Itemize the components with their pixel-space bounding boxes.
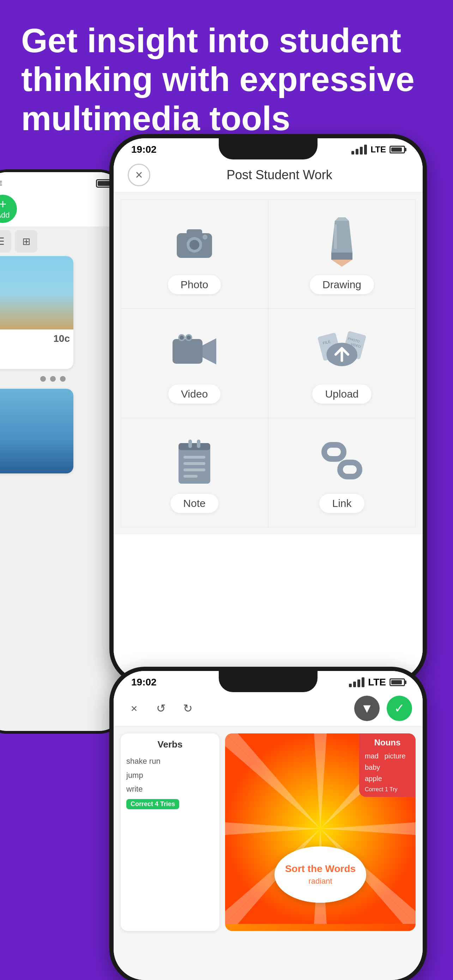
svg-marker-41 — [225, 733, 320, 829]
link-label: Link — [319, 494, 364, 513]
svg-marker-37 — [225, 822, 320, 835]
video-label: Video — [168, 385, 221, 404]
video-option[interactable]: Video — [121, 309, 268, 418]
svg-rect-9 — [334, 224, 337, 249]
svg-rect-3 — [187, 229, 202, 236]
battery-icon-main — [389, 146, 405, 153]
status-bar-left: LTE — [0, 172, 124, 191]
close-button-2[interactable]: × — [124, 698, 144, 718]
list-view-button[interactable]: ☰ — [0, 230, 11, 253]
close-button[interactable]: × — [128, 164, 150, 186]
time-display: 19:02 — [131, 144, 157, 155]
svg-marker-8 — [331, 259, 353, 267]
svg-marker-6 — [335, 217, 349, 221]
comic-area: Nouns mad picturebabyapple Correct 1 Try… — [225, 733, 416, 931]
add-label: Add — [0, 211, 10, 220]
card-image-water — [0, 389, 73, 473]
notch — [219, 138, 318, 159]
card-price: 10c — [53, 333, 70, 344]
close-icon: × — [135, 167, 143, 182]
verbs-panel: Verbs shake runjumpwrite Correct 4 Tries — [121, 733, 219, 931]
phone-left: LTE + Add ☰ ⊞ 10c — [0, 169, 127, 734]
notch-2 — [219, 671, 318, 692]
phone-main: 19:02 LTE × Post Student — [110, 134, 427, 684]
sort-words-word: radiant — [308, 877, 332, 886]
nouns-correct: Correct 1 Try — [365, 786, 410, 793]
note-option[interactable]: Note — [121, 418, 268, 527]
redo-button[interactable]: ↻ — [178, 698, 197, 718]
svg-point-15 — [187, 336, 191, 340]
notepad-icon — [170, 436, 219, 485]
nouns-words: mad picturebabyapple — [365, 750, 410, 784]
nouns-title: Nouns — [365, 738, 410, 748]
svg-marker-11 — [202, 338, 216, 364]
upload-label: Upload — [312, 385, 371, 404]
pencil-icon — [317, 217, 367, 267]
sort-words-title: Sort the Words — [285, 863, 356, 875]
verbs-title: Verbs — [126, 739, 214, 750]
status-icons: LTE — [351, 145, 405, 154]
activity-area: Verbs shake runjumpwrite Correct 4 Tries — [114, 726, 423, 938]
link-option[interactable]: Link — [268, 418, 416, 527]
verbs-words: shake runjumpwrite — [126, 754, 214, 796]
svg-rect-28 — [183, 462, 205, 465]
undo-button[interactable]: ↺ — [151, 698, 171, 718]
svg-point-13 — [180, 336, 184, 340]
svg-rect-33 — [324, 445, 343, 459]
svg-marker-38 — [320, 822, 416, 835]
student-card: 10c — [0, 256, 73, 369]
svg-marker-40 — [225, 733, 320, 829]
upload-option[interactable]: FILE PHOTO VIDEO Upload — [268, 309, 416, 418]
lte-text: LTE — [370, 145, 386, 154]
svg-marker-36 — [314, 733, 327, 829]
drawing-label: Drawing — [310, 275, 374, 294]
svg-rect-31 — [188, 439, 192, 448]
speech-bubble: Sort the Words radiant — [275, 846, 366, 903]
hero-headline: Get insight into student thinking with e… — [21, 21, 432, 138]
screen-title: Post Student Work — [150, 167, 408, 182]
toolbar-left: + Add — [0, 191, 124, 226]
svg-point-4 — [202, 235, 207, 240]
svg-rect-27 — [183, 456, 205, 458]
svg-rect-30 — [183, 475, 197, 478]
svg-point-2 — [189, 240, 199, 250]
plus-icon: + — [0, 198, 7, 211]
dot-1 — [40, 376, 46, 382]
svg-rect-10 — [173, 339, 202, 364]
nouns-panel: Nouns mad picturebabyapple Correct 1 Try — [359, 733, 416, 797]
chevron-down-icon: ▼ — [361, 701, 373, 716]
undo-icon: ↺ — [156, 702, 166, 715]
battery-icon-2 — [389, 678, 405, 686]
down-button[interactable]: ▼ — [354, 696, 380, 721]
photo-label: Photo — [168, 275, 221, 294]
student-card-2 — [0, 389, 73, 473]
nav-bar: × Post Student Work — [114, 158, 423, 192]
media-options-grid: Photo Drawing — [114, 192, 423, 535]
chain-link-icon — [317, 436, 367, 485]
redo-icon: ↻ — [183, 702, 192, 715]
phone-bottom: 19:02 LTE × ↺ — [110, 667, 427, 980]
dots-indicator — [0, 369, 124, 389]
svg-rect-7 — [331, 253, 353, 259]
note-label: Note — [170, 494, 218, 513]
grid-view-button[interactable]: ⊞ — [15, 230, 37, 253]
dot-3 — [60, 376, 66, 382]
drawing-option[interactable]: Drawing — [268, 199, 416, 309]
toolbar-bottom: × ↺ ↻ ▼ ✓ — [114, 691, 423, 726]
photo-option[interactable]: Photo — [121, 199, 268, 309]
view-toggle: ☰ ⊞ — [0, 226, 124, 256]
svg-rect-34 — [340, 463, 359, 477]
close-icon-2: × — [131, 702, 138, 715]
svg-rect-32 — [197, 439, 200, 448]
check-button[interactable]: ✓ — [387, 696, 412, 721]
lte-label: LTE — [0, 180, 2, 187]
svg-rect-29 — [183, 468, 205, 471]
cloud-upload-icon: FILE PHOTO VIDEO — [317, 327, 367, 376]
svg-rect-26 — [178, 443, 210, 450]
signal-icon-2 — [349, 677, 364, 687]
camera-icon — [170, 217, 219, 267]
signal-icon — [351, 145, 367, 154]
add-button[interactable]: + Add — [0, 195, 17, 223]
card-image — [0, 256, 73, 329]
correct-badge-verbs: Correct 4 Tries — [126, 799, 179, 809]
